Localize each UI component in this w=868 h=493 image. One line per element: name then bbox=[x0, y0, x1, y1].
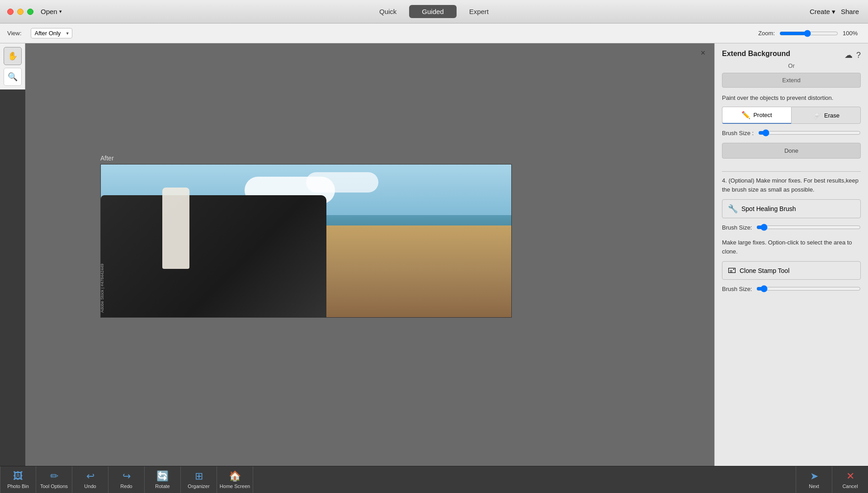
minimize-traffic-light[interactable] bbox=[17, 9, 24, 15]
traffic-lights bbox=[7, 9, 33, 15]
brush-size-row-3: Brush Size: bbox=[722, 285, 861, 292]
question-icon: ? bbox=[856, 51, 861, 60]
cloud-icon: ☁ bbox=[844, 51, 853, 60]
zoom-group: Zoom: 100% bbox=[758, 30, 861, 37]
view-select[interactable]: After Only bbox=[31, 28, 72, 38]
hand-icon: ✋ bbox=[8, 51, 18, 61]
zoom-label: Zoom: bbox=[758, 30, 775, 37]
erase-button[interactable]: 🩹 Erase bbox=[791, 107, 861, 124]
search-tool-button[interactable]: 🔍 bbox=[4, 68, 22, 86]
next-icon: ➤ bbox=[810, 470, 818, 482]
rotate-button[interactable]: 🔄 Rotate bbox=[145, 466, 181, 493]
cloud-layer-2 bbox=[306, 172, 378, 193]
right-panel: Extend Background ☁ ? Or Extend Paint ov… bbox=[714, 43, 868, 466]
watermark-text: Adobe Stock | #478442449 bbox=[101, 264, 104, 313]
panel-cloud-icon-button[interactable]: ☁ bbox=[844, 50, 853, 60]
redo-button[interactable]: ↪ Redo bbox=[108, 466, 145, 493]
titlebar: Open ▾ Quick Guided Expert Create ▾ Shar… bbox=[0, 0, 868, 23]
panel-question-icon-button[interactable]: ? bbox=[856, 50, 861, 60]
organizer-icon: ⊞ bbox=[195, 470, 203, 482]
protect-erase-row: ✏️ Protect 🩹 Erase bbox=[722, 107, 861, 124]
photo-bin-icon: 🖼 bbox=[13, 470, 23, 482]
organizer-button[interactable]: ⊞ Organizer bbox=[181, 466, 217, 493]
or-label: Or bbox=[722, 62, 861, 69]
person-layer bbox=[162, 188, 189, 269]
photo-image: Adobe Stock | #478442449 bbox=[101, 164, 511, 317]
undo-button[interactable]: ↩ Undo bbox=[72, 466, 108, 493]
create-button[interactable]: Create ▾ bbox=[810, 8, 835, 16]
extend-button[interactable]: Extend bbox=[722, 73, 861, 88]
tool-options-button[interactable]: ✏ Tool Options bbox=[36, 466, 72, 493]
view-select-wrap: After Only bbox=[31, 28, 72, 38]
panel-title: Extend Background bbox=[722, 50, 790, 58]
brush-size-slider-1[interactable] bbox=[758, 129, 861, 136]
divider-1 bbox=[722, 171, 861, 172]
undo-icon: ↩ bbox=[86, 470, 94, 482]
open-button[interactable]: Open ▾ bbox=[41, 8, 62, 15]
done-button[interactable]: Done bbox=[722, 143, 861, 159]
close-canvas-button[interactable]: × bbox=[698, 48, 708, 58]
view-label: View: bbox=[7, 30, 22, 37]
canvas-area: × After Adobe Stock | #478442449 bbox=[25, 43, 714, 466]
brush-size-label-3: Brush Size: bbox=[722, 286, 752, 292]
create-arrow-icon: ▾ bbox=[832, 8, 835, 16]
cancel-icon: ✕ bbox=[846, 470, 854, 482]
tab-guided[interactable]: Guided bbox=[409, 5, 456, 18]
protect-description: Paint over the objects to prevent distor… bbox=[722, 94, 861, 102]
home-screen-button[interactable]: 🏠 Home Screen bbox=[217, 466, 253, 493]
photo-container: Adobe Stock | #478442449 bbox=[100, 164, 512, 318]
brush-size-slider-3[interactable] bbox=[756, 285, 861, 292]
protect-icon: ✏️ bbox=[741, 111, 750, 119]
rotate-icon: 🔄 bbox=[156, 470, 169, 482]
bottom-bar: 🖼 Photo Bin ✏ Tool Options ↩ Undo ↪ Redo… bbox=[0, 466, 868, 493]
cancel-button[interactable]: ✕ Cancel bbox=[832, 466, 868, 493]
jeep-layer bbox=[101, 195, 326, 317]
spot-healing-brush-button[interactable]: 🔧 Spot Healing Brush bbox=[722, 199, 861, 218]
tab-expert[interactable]: Expert bbox=[457, 5, 501, 18]
fixes-description: Make large fixes. Option-click to select… bbox=[722, 238, 861, 256]
titlebar-right-actions: Create ▾ Share bbox=[810, 8, 859, 16]
brush-size-slider-2[interactable] bbox=[756, 224, 861, 231]
hand-tool-button[interactable]: ✋ bbox=[4, 47, 22, 65]
maximize-traffic-light[interactable] bbox=[27, 9, 33, 15]
redo-icon: ↪ bbox=[123, 470, 131, 482]
photo-bin-button[interactable]: 🖼 Photo Bin bbox=[0, 466, 36, 493]
open-arrow-icon: ▾ bbox=[59, 9, 62, 14]
tool-options-icon: ✏ bbox=[50, 470, 58, 482]
close-traffic-light[interactable] bbox=[7, 9, 14, 15]
left-tools-panel: ✋ 🔍 bbox=[0, 43, 25, 89]
protect-button[interactable]: ✏️ Protect bbox=[722, 107, 791, 124]
zoom-percent: 100% bbox=[843, 30, 861, 37]
zoom-slider[interactable] bbox=[779, 30, 838, 37]
clone-stamp-icon: 🖃 bbox=[728, 266, 736, 275]
home-screen-icon: 🏠 bbox=[229, 470, 241, 482]
brush-size-row-1: Brush Size : bbox=[722, 129, 861, 136]
brush-size-row-2: Brush Size: bbox=[722, 224, 861, 231]
center-tabs: Quick Guided Expert bbox=[367, 5, 501, 18]
search-icon: 🔍 bbox=[8, 72, 18, 82]
spot-healing-icon: 🔧 bbox=[728, 204, 738, 214]
after-label: After bbox=[100, 155, 114, 162]
step4-text: 4. (Optional) Make minor fixes. For best… bbox=[722, 176, 861, 194]
toolbar-row: View: After Only Zoom: 100% bbox=[0, 23, 868, 43]
brush-size-label-1: Brush Size : bbox=[722, 130, 754, 136]
erase-icon: 🩹 bbox=[812, 111, 821, 120]
share-button[interactable]: Share bbox=[841, 8, 859, 15]
tab-quick[interactable]: Quick bbox=[367, 5, 409, 18]
next-button[interactable]: ➤ Next bbox=[796, 466, 832, 493]
clone-stamp-tool-button[interactable]: 🖃 Clone Stamp Tool bbox=[722, 261, 861, 280]
brush-size-label-2: Brush Size: bbox=[722, 224, 752, 231]
